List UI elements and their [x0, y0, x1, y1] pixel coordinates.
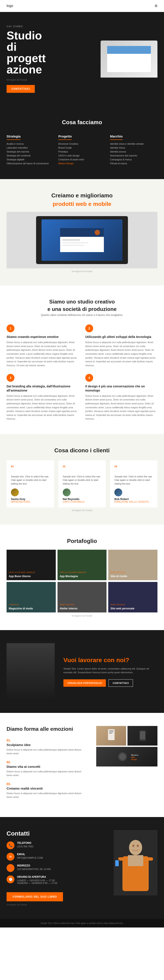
portfolio-name-1: App Buon Giorno: [9, 575, 31, 578]
portfolio-item-5[interactable]: WEB DESIGN Atelier interno: [58, 582, 107, 612]
testimonials-credit: Immagine da Freepik: [6, 509, 158, 512]
portfolio-tag-4: I NEGOZI: [9, 603, 33, 606]
list-item: Nominazione del marchio: [110, 154, 158, 157]
contatti-section: Contatti 📞 TELEFONO (123) 456-7891 ✉ EMA…: [0, 817, 164, 919]
portfolio-item-4[interactable]: I NEGOZI Magazzino di moda: [6, 582, 56, 612]
list-item: Prototipo: [58, 150, 106, 153]
footer-text: Simple Text. Click to select the raw. Cl…: [3, 922, 161, 924]
hours-value: LUNEDÌ — GIOVEDÌ 9:00 — 17:30VENERDÌ — V…: [17, 879, 57, 885]
creiamo-title: Creiamo e miglioriamo: [6, 192, 158, 199]
studio-section: Siamo uno studio creativo e una società …: [0, 286, 164, 434]
phone-value: (123) 456-7891: [17, 845, 34, 848]
svg-point-25: [132, 845, 135, 847]
cta-buttons: VISUALIZZA PORTAFOGLIO CONTATTACI: [63, 679, 158, 687]
list-item: Campagna di marca: [110, 158, 158, 161]
hero-cta-button[interactable]: CONTATTACI: [6, 85, 35, 93]
list-item: Direzione Creativa: [58, 143, 106, 145]
testimonials-title: Cosa dicono i clienti: [6, 447, 158, 454]
hero-img-credit: Immagine da Freepik: [6, 79, 77, 81]
portfolio-name-2: App Montagna: [60, 575, 78, 578]
creiamo-svg: [60, 228, 104, 252]
portfolio-name-3: Sito di ricette: [111, 575, 127, 578]
progetto-title: Progetto: [58, 134, 72, 140]
svg-rect-8: [109, 732, 114, 732]
svg-rect-24: [115, 860, 119, 866]
svg-point-5: [95, 230, 100, 235]
list-item: Strategia digitale: [6, 158, 54, 161]
studio-item-text-2: Dolore focus si aliquerat orci nulla pel…: [85, 340, 158, 368]
svg-text:Design: Design: [131, 759, 137, 760]
forma-step-3: 03. Creiamo realtà vincenti Dolore focus…: [6, 782, 87, 799]
cta-section: Vuoi lavorare con noi? Simple Text. Lore…: [0, 630, 164, 713]
forma-step-num-1: 01.: [6, 738, 87, 742]
marchio-title: Marchio: [110, 134, 123, 140]
testimonial-text-3: Sample text. Click to select the raw. Cl…: [114, 475, 153, 486]
hero-subtitle: CHI SIAMO: [6, 25, 77, 28]
avatar-1: [11, 488, 19, 496]
forma-step-2: 02. Diamo vita ai concetti Dolore focus …: [6, 760, 87, 777]
email-info: EMAIL INFO@EXAMPLE.COM: [17, 853, 43, 859]
portfolio-item-2[interactable]: APPLICAZIONE MOBILE App Montagna: [58, 550, 107, 580]
strategia-list: Analisi e ricerca Laboratori interattivi…: [6, 143, 54, 165]
studio-number-3: 3: [6, 374, 14, 382]
portfolio-item-6[interactable]: WEB DESIGN Sito web personale: [108, 582, 158, 612]
cosa-grid: Strategia Analisi e ricerca Laboratori i…: [6, 134, 158, 166]
list-item: Laboratori interattivi: [6, 146, 54, 149]
testimonial-role-1: IMPRENDITORE: [11, 501, 50, 503]
testimonial-name-1: Sasha Grey: [11, 498, 50, 501]
list-item: Strategia del marchio: [6, 150, 54, 153]
contatti-person-image: [114, 830, 158, 896]
studio-item-text-3: Dolore focus si aliquerat orci nulla pel…: [6, 394, 79, 421]
forma-section: Diamo forma alle emozioni 01. Sculpiamo …: [0, 713, 164, 817]
forma-img-1: [96, 726, 126, 746]
forma-step-title-3: Creiamo realtà vincenti: [6, 786, 87, 790]
studio-description: Questo valori condivisi definiscono chi …: [6, 313, 158, 317]
phone-icon: 📞: [6, 842, 14, 849]
contatti-title: Contatti: [6, 830, 105, 837]
svg-rect-20: [128, 855, 143, 866]
portfolio-item-3[interactable]: WEB DESIGN Sito di ricette: [108, 550, 158, 580]
studio-items-grid: 1 Stiamo creando esperienze emotive Dolo…: [6, 325, 158, 421]
portfolio-item-1[interactable]: APPLICAZIONE MOBILE App Buon Giorno: [6, 550, 56, 580]
studio-item-title-4: Il design è più una conversazione che un…: [85, 384, 158, 392]
contatti-btn[interactable]: FORMULARIO DEL SUO LIBRO: [6, 892, 63, 901]
portfolio-name-5: Atelier interno: [60, 607, 77, 610]
navbar: logo ≡: [0, 0, 164, 12]
hero-section: CHI SIAMO Studiodiprogettazione Immagine…: [0, 12, 164, 106]
forma-img-grid: We are a Web Design: [96, 726, 158, 767]
address-label: INDIRIZZO: [17, 864, 51, 867]
portfolio-tag-6: WEB DESIGN: [111, 603, 134, 606]
list-item: Strategia dei contenuti: [6, 154, 54, 157]
phone-info: TELEFONO (123) 456-7891: [17, 842, 34, 848]
cta-portfolio-button[interactable]: VISUALIZZA PORTAFOGLIO: [63, 679, 106, 687]
forma-img-3: We are a Web Design: [96, 747, 158, 767]
address-value: 123 WASHINGTON, SE 12.003: [17, 868, 51, 870]
testimonial-name-2: Nat Reynolds: [63, 498, 101, 501]
studio-item-text-1: Dolore focus si aliquerat orci nulla pel…: [6, 340, 79, 368]
testimonial-2: " Sample text. Click to select the raw. …: [58, 460, 106, 508]
address-icon: 📍: [6, 864, 14, 872]
cta-contact-button[interactable]: CONTATTACI: [108, 679, 133, 687]
forma-img-svg-2: [137, 728, 148, 743]
portfolio-tag-2: APPLICAZIONE MOBILE: [60, 571, 86, 573]
contatti-address: 📍 INDIRIZZO 123 WASHINGTON, SE 12.003: [6, 864, 105, 872]
list-item: Filmati di marca: [110, 162, 158, 165]
cosa-facciamo-section: Cosa facciamo Strategia Analisi e ricerc…: [0, 106, 164, 179]
forma-step-text-2: Dolore focus si aliquerat orci nulla pel…: [6, 770, 87, 777]
nav-menu-icon[interactable]: ≡: [154, 3, 158, 9]
svg-text:We are a: We are a: [131, 754, 138, 756]
forma-step-text-3: Dolore focus si aliquerat orci nulla pel…: [6, 792, 87, 799]
studio-number-4: 4: [85, 374, 93, 382]
portfolio-name-4: Magazzino di moda: [9, 607, 33, 610]
nav-logo[interactable]: logo: [6, 4, 13, 8]
list-item: UX/UI e web design: [58, 154, 106, 157]
list-item: Analisi e ricerca: [6, 143, 54, 145]
forma-img-svg-1: [105, 728, 118, 743]
forma-step-title-2: Diamo vita ai concetti: [6, 765, 87, 768]
hours-label: ORARIO DI APERTURA: [17, 875, 57, 878]
testimonial-1: " Sample text. Click to select the raw. …: [6, 460, 54, 508]
svg-point-13: [119, 754, 125, 760]
forma-step-text-1: Dolore focus si aliquerat orci nulla pel…: [6, 748, 87, 755]
studio-item-3: 3 Dal branding alla strategia, dall'illu…: [6, 374, 79, 421]
forma-step-num-3: 03.: [6, 782, 87, 786]
